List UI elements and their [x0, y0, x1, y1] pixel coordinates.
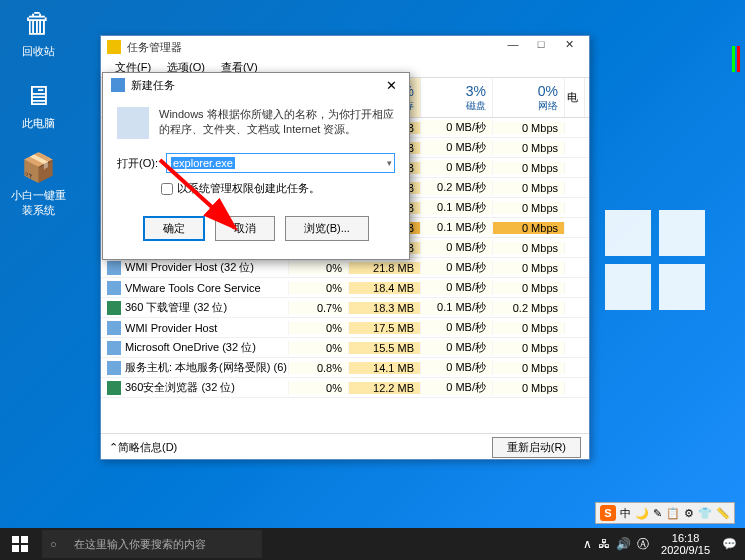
icon-label: 回收站 [8, 44, 68, 59]
cancel-button[interactable]: 取消 [215, 216, 275, 241]
process-icon [107, 341, 121, 355]
fewer-details-link[interactable]: 简略信息(D) [118, 440, 177, 455]
volume-icon[interactable]: 🔊 [616, 537, 631, 551]
cpu-cell: 0.7% [289, 302, 349, 314]
desktop-icon-xiaobai[interactable]: 📦 小白一键重装系统 [8, 149, 68, 218]
this-pc-icon: 🖥 [20, 77, 56, 113]
process-name: 360安全浏览器 (32 位) [101, 380, 289, 395]
search-placeholder: 在这里输入你要搜索的内容 [74, 537, 206, 552]
col-network[interactable]: 0% 网络 [493, 78, 565, 117]
run-dialog-icon [117, 107, 149, 139]
cpu-cell: 0% [289, 262, 349, 274]
chevron-down-icon[interactable]: ▾ [387, 158, 392, 168]
clock[interactable]: 16:18 2020/9/15 [655, 532, 716, 556]
icon-label: 小白一键重装系统 [8, 188, 68, 218]
mem-cell: 14.1 MB [349, 362, 421, 374]
tray-overflow-icon[interactable]: ∧ [583, 537, 592, 551]
cpu-cell: 0% [289, 282, 349, 294]
sogou-icon[interactable]: S [600, 505, 616, 521]
network-icon[interactable]: 🖧 [598, 537, 610, 551]
process-row[interactable]: 360安全浏览器 (32 位)0%12.2 MB0 MB/秒0 Mbps [101, 378, 589, 398]
ime-ruler-icon[interactable]: 📏 [716, 507, 730, 520]
disk-cell: 0.2 MB/秒 [421, 180, 493, 195]
process-row[interactable]: WMI Provider Host0%17.5 MB0 MB/秒0 Mbps [101, 318, 589, 338]
disk-cell: 0 MB/秒 [421, 160, 493, 175]
cpu-gadget [731, 46, 743, 76]
clock-date: 2020/9/15 [661, 544, 710, 556]
process-icon [107, 301, 121, 315]
svg-rect-4 [21, 545, 28, 552]
titlebar[interactable]: 任务管理器 — □ ✕ [101, 36, 589, 58]
start-button[interactable] [0, 528, 40, 560]
windows-logo-wallpaper [605, 210, 705, 310]
ime-mode[interactable]: 中 [620, 506, 631, 521]
system-tray: ∧ 🖧 🔊 Ⓐ 16:18 2020/9/15 💬 [583, 532, 745, 556]
disk-cell: 0 MB/秒 [421, 240, 493, 255]
clock-time: 16:18 [661, 532, 710, 544]
ime-indicator-icon[interactable]: Ⓐ [637, 536, 649, 553]
net-cell: 0 Mbps [493, 222, 565, 234]
desktop-icon-this-pc[interactable]: 🖥 此电脑 [8, 77, 68, 131]
browse-button[interactable]: 浏览(B)... [285, 216, 369, 241]
minimize-button[interactable]: — [499, 38, 527, 56]
action-center-icon[interactable]: 💬 [722, 537, 737, 551]
net-cell: 0 Mbps [493, 162, 565, 174]
ime-moon-icon[interactable]: 🌙 [635, 507, 649, 520]
process-icon [107, 261, 121, 275]
ok-button[interactable]: 确定 [143, 216, 205, 241]
disk-cell: 0 MB/秒 [421, 380, 493, 395]
process-row[interactable]: 360 下载管理 (32 位)0.7%18.3 MB0.1 MB/秒0.2 Mb… [101, 298, 589, 318]
net-cell: 0.2 Mbps [493, 302, 565, 314]
process-name: Microsoft OneDrive (32 位) [101, 340, 289, 355]
app-icon: 📦 [20, 149, 56, 185]
disk-cell: 0 MB/秒 [421, 360, 493, 375]
search-box[interactable]: ○ 在这里输入你要搜索的内容 [42, 530, 262, 558]
ime-toolbar[interactable]: S 中 🌙 ✎ 📋 ⚙ 👕 📏 [595, 502, 735, 524]
mem-cell: 15.5 MB [349, 342, 421, 354]
process-row[interactable]: VMware Tools Core Service0%18.4 MB0 MB/秒… [101, 278, 589, 298]
net-cell: 0 Mbps [493, 382, 565, 394]
close-button[interactable]: ✕ [382, 78, 401, 93]
ime-clipboard-icon[interactable]: 📋 [666, 507, 680, 520]
ime-skin-icon[interactable]: 👕 [698, 507, 712, 520]
cpu-cell: 0% [289, 342, 349, 354]
desktop-icon-recycle-bin[interactable]: 🗑 回收站 [8, 5, 68, 59]
mem-cell: 18.4 MB [349, 282, 421, 294]
taskmgr-icon [107, 40, 121, 54]
process-icon [107, 281, 121, 295]
net-cell: 0 Mbps [493, 322, 565, 334]
admin-label: 以系统管理权限创建此任务。 [177, 181, 320, 196]
icon-label: 此电脑 [8, 116, 68, 131]
col-extra[interactable]: 电 [565, 78, 585, 117]
process-icon [107, 361, 121, 375]
process-row[interactable]: 服务主机: 本地服务(网络受限) (6)0.8%14.1 MB0 MB/秒0 M… [101, 358, 589, 378]
disk-cell: 0.1 MB/秒 [421, 220, 493, 235]
maximize-button[interactable]: □ [527, 38, 555, 56]
open-label: 打开(O): [117, 156, 158, 171]
net-cell: 0 Mbps [493, 282, 565, 294]
open-combobox[interactable]: explorer.exe ▾ [166, 153, 395, 173]
desktop-icons: 🗑 回收站 🖥 此电脑 📦 小白一键重装系统 [8, 5, 68, 236]
mem-cell: 21.8 MB [349, 262, 421, 274]
col-disk[interactable]: 3% 磁盘 [421, 78, 493, 117]
process-row[interactable]: WMI Provider Host (32 位)0%21.8 MB0 MB/秒0… [101, 258, 589, 278]
disk-cell: 0.1 MB/秒 [421, 300, 493, 315]
process-name: WMI Provider Host [101, 321, 289, 335]
disk-cell: 0 MB/秒 [421, 140, 493, 155]
restart-button[interactable]: 重新启动(R) [492, 437, 581, 458]
footer: ⌃ 简略信息(D) 重新启动(R) [101, 433, 589, 461]
close-button[interactable]: ✕ [555, 38, 583, 56]
process-row[interactable]: Microsoft OneDrive (32 位)0%15.5 MB0 MB/秒… [101, 338, 589, 358]
mem-cell: 12.2 MB [349, 382, 421, 394]
ime-pen-icon[interactable]: ✎ [653, 507, 662, 520]
process-icon [107, 321, 121, 335]
new-task-dialog: 新建任务 ✕ Windows 将根据你所键入的名称，为你打开相应的程序、文件夹、… [102, 72, 410, 260]
disk-cell: 0 MB/秒 [421, 280, 493, 295]
combobox-value: explorer.exe [171, 157, 235, 169]
dialog-titlebar[interactable]: 新建任务 ✕ [103, 73, 409, 97]
window-title: 任务管理器 [127, 40, 182, 55]
admin-checkbox[interactable] [161, 183, 173, 195]
expand-icon: ⌃ [109, 441, 118, 454]
net-cell: 0 Mbps [493, 142, 565, 154]
ime-gear-icon[interactable]: ⚙ [684, 507, 694, 520]
